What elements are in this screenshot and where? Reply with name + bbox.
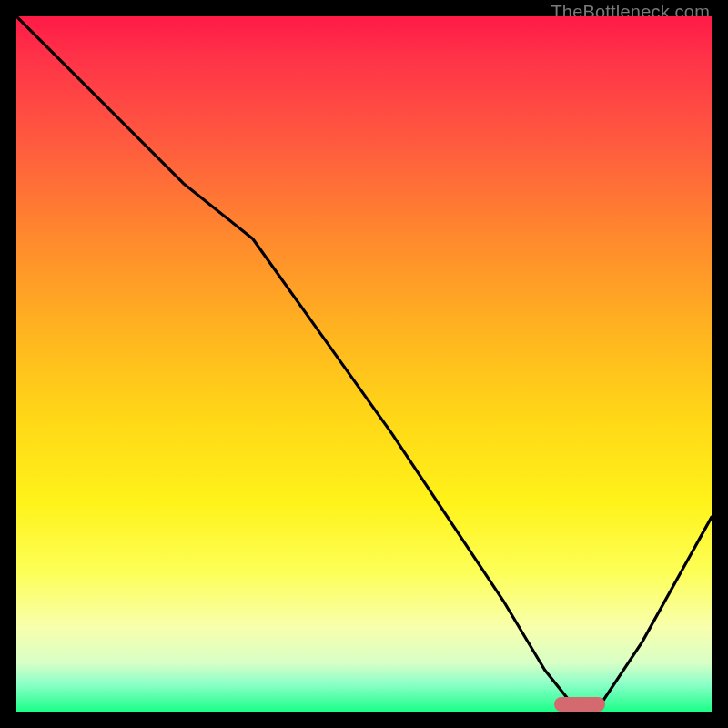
plot-area <box>16 16 712 712</box>
optimal-marker <box>554 697 605 712</box>
chart-frame: TheBottleneck.com <box>0 0 728 728</box>
bottleneck-curve <box>16 16 712 704</box>
curve-layer <box>16 16 712 712</box>
